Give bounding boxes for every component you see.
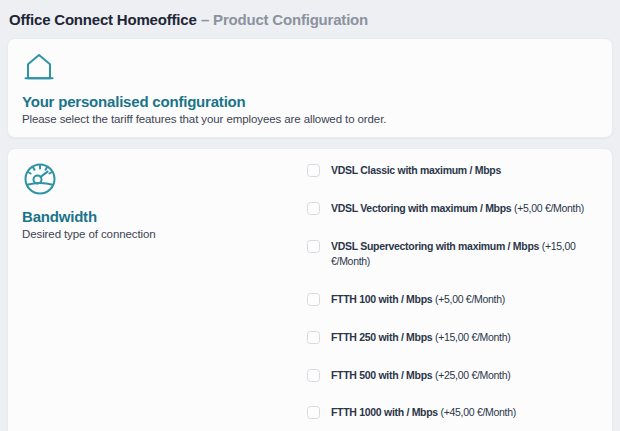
speedometer-icon bbox=[22, 161, 307, 201]
option-label[interactable]: VDSL Classic with maximum / Mbps bbox=[331, 163, 501, 179]
option-checkbox[interactable] bbox=[307, 164, 320, 177]
bandwidth-option-row[interactable]: VDSL Supervectoring with maximum / Mbps … bbox=[307, 239, 600, 271]
intro-description: Please select the tariff features that y… bbox=[22, 113, 598, 125]
option-label[interactable]: FTTH 500 with / Mbps (+25,00 €/Month) bbox=[331, 368, 510, 384]
bandwidth-option-row[interactable]: VDSL Vectoring with maximum / Mbps (+5,0… bbox=[307, 201, 600, 217]
option-label[interactable]: VDSL Supervectoring with maximum / Mbps … bbox=[331, 239, 593, 271]
option-label[interactable]: FTTH 1000 with / Mbps (+45,00 €/Month) bbox=[331, 405, 516, 421]
bandwidth-options-list: VDSL Classic with maximum / Mbps VDSL Ve… bbox=[307, 163, 600, 421]
bandwidth-description: Desired type of connection bbox=[22, 228, 307, 240]
bandwidth-card-info: Bandwidth Desired type of connection bbox=[22, 161, 307, 240]
option-checkbox[interactable] bbox=[307, 293, 320, 306]
bandwidth-heading: Bandwidth bbox=[22, 208, 307, 225]
option-label[interactable]: FTTH 250 with / Mbps (+15,00 €/Month) bbox=[331, 330, 510, 346]
bandwidth-option-row[interactable]: VDSL Classic with maximum / Mbps bbox=[307, 163, 600, 179]
option-label[interactable]: FTTH 100 with / Mbps (+5,00 €/Month) bbox=[331, 292, 505, 308]
bandwidth-option-row[interactable]: FTTH 500 with / Mbps (+25,00 €/Month) bbox=[307, 368, 600, 384]
option-checkbox[interactable] bbox=[307, 369, 320, 382]
page-header: Office Connect Homeoffice – Product Conf… bbox=[0, 0, 620, 38]
page-subtitle: – Product Configuration bbox=[201, 11, 368, 28]
bandwidth-option-row[interactable]: FTTH 1000 with / Mbps (+45,00 €/Month) bbox=[307, 405, 600, 421]
bandwidth-option-row[interactable]: FTTH 100 with / Mbps (+5,00 €/Month) bbox=[307, 292, 600, 308]
bandwidth-card: Bandwidth Desired type of connection VDS… bbox=[7, 148, 613, 431]
option-checkbox[interactable] bbox=[307, 202, 320, 215]
option-checkbox[interactable] bbox=[307, 406, 320, 419]
bandwidth-options-panel: VDSL Classic with maximum / Mbps VDSL Ve… bbox=[307, 161, 600, 431]
intro-heading: Your personalised configuration bbox=[22, 93, 598, 110]
option-checkbox[interactable] bbox=[307, 331, 320, 344]
option-checkbox[interactable] bbox=[307, 240, 320, 253]
home-icon bbox=[22, 51, 598, 86]
bandwidth-option-row[interactable]: FTTH 250 with / Mbps (+15,00 €/Month) bbox=[307, 330, 600, 346]
intro-card: Your personalised configuration Please s… bbox=[7, 38, 613, 138]
option-label[interactable]: VDSL Vectoring with maximum / Mbps (+5,0… bbox=[331, 201, 584, 217]
page-title: Office Connect Homeoffice bbox=[9, 11, 197, 28]
